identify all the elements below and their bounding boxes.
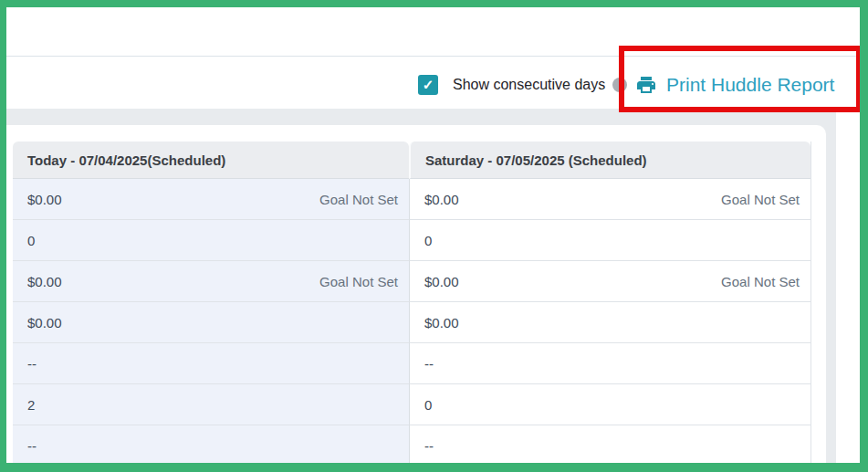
table-row: -- --	[13, 343, 810, 384]
goal-note: Goal Not Set	[319, 274, 398, 289]
show-consecutive-days-label: Show consecutive days	[453, 76, 605, 94]
cell-value: --	[27, 438, 37, 454]
today-cell: $0.00	[13, 302, 409, 343]
today-cell: $0.00 Goal Not Set	[13, 179, 409, 220]
table-row: 0 0	[13, 220, 810, 261]
saturday-cell: --	[409, 425, 810, 467]
today-cell: 2	[13, 384, 409, 425]
saturday-cell: $0.00	[409, 302, 810, 343]
cell-value: --	[424, 356, 434, 372]
partially-hidden-icon	[612, 78, 627, 92]
print-huddle-report-label: Print Huddle Report	[666, 74, 834, 96]
screenshot-viewport: ✓ Show consecutive days Print Huddle Rep…	[0, 0, 868, 472]
table-row: 2 0	[13, 384, 810, 425]
today-cell: $0.00 Goal Not Set	[13, 261, 409, 302]
goal-note: Goal Not Set	[319, 192, 398, 207]
huddle-table: Today - 07/04/2025(Scheduled) Saturday -…	[13, 142, 811, 467]
today-cell: --	[13, 343, 409, 384]
goal-note: Goal Not Set	[721, 274, 800, 289]
today-cell: 0	[13, 220, 409, 261]
cell-value: --	[424, 438, 434, 454]
cell-value: $0.00	[27, 315, 62, 330]
saturday-cell: 0	[409, 220, 810, 261]
header-divider	[6, 56, 860, 57]
cell-value: 0	[424, 397, 432, 413]
cell-value: 0	[424, 233, 432, 248]
cell-value: $0.00	[424, 192, 459, 207]
goal-note: Goal Not Set	[721, 192, 800, 207]
table-row: -- --	[13, 425, 810, 467]
cell-value: $0.00	[424, 274, 459, 289]
cell-value: 2	[27, 397, 35, 413]
table-row: $0.00 Goal Not Set $0.00 Goal Not Set	[13, 261, 810, 302]
cell-value: 0	[27, 233, 35, 248]
print-huddle-report-button[interactable]: Print Huddle Report	[635, 71, 834, 99]
table-row: $0.00 $0.00	[13, 302, 810, 343]
column-header-today: Today - 07/04/2025(Scheduled)	[13, 142, 409, 179]
today-cell: --	[13, 425, 409, 467]
checkmark-icon: ✓	[423, 77, 434, 93]
saturday-cell: $0.00 Goal Not Set	[409, 179, 810, 220]
saturday-cell: $0.00 Goal Not Set	[409, 261, 810, 302]
table-header-row: Today - 07/04/2025(Scheduled) Saturday -…	[13, 142, 810, 179]
cell-value: --	[27, 356, 37, 372]
cell-value: $0.00	[424, 315, 459, 330]
printer-icon	[635, 74, 657, 96]
table-body: $0.00 Goal Not Set $0.00 Goal Not Set 0 …	[13, 179, 810, 467]
table-row: $0.00 Goal Not Set $0.00 Goal Not Set	[13, 179, 810, 220]
saturday-cell: 0	[409, 384, 810, 425]
cell-value: $0.00	[27, 192, 62, 207]
show-consecutive-days-checkbox[interactable]: ✓	[418, 75, 438, 95]
column-header-saturday: Saturday - 07/05/2025 (Scheduled)	[409, 142, 810, 179]
saturday-cell: --	[409, 343, 810, 384]
cell-value: $0.00	[27, 274, 62, 289]
